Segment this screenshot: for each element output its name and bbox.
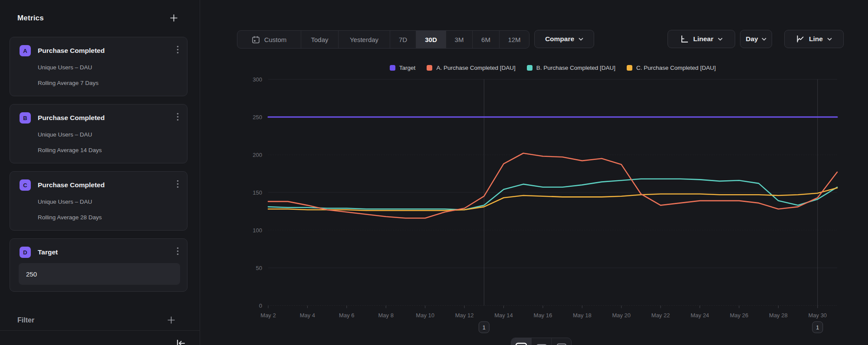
chevron-down-icon (579, 38, 583, 41)
chevron-down-icon (827, 38, 832, 41)
legend-swatch (390, 65, 395, 71)
chart-size-medium-icon (536, 342, 548, 345)
chart-size-control (511, 338, 572, 345)
date-range-control: CustomTodayYesterday7D30D3M6M12M (237, 30, 529, 49)
kebab-icon (177, 46, 179, 54)
legend-item-series-b[interactable]: B. Purchase Completed [DAU] (527, 65, 615, 71)
metric-rolling-average: Rolling Average 14 Days (38, 147, 102, 153)
granularity-label: Day (746, 35, 758, 43)
collapse-left-icon (175, 338, 186, 345)
range-button-30d[interactable]: 30D (416, 31, 446, 48)
legend-item-series-c[interactable]: C. Purchase Completed [DAU] (627, 65, 716, 71)
metric-title: Target (38, 248, 58, 256)
sidebar-divider (0, 330, 200, 331)
target-card[interactable]: D Target (10, 238, 187, 292)
range-label: Today (311, 36, 328, 43)
y-axis-label: 300 (253, 76, 262, 83)
calendar-icon (252, 36, 260, 44)
range-button-yesterday[interactable]: Yesterday (338, 31, 390, 48)
scale-select-button[interactable]: Linear (667, 30, 735, 48)
chart-area: 050100150200250300May 2May 4May 6May 8Ma… (200, 74, 868, 345)
metrics-sidebar: Metrics A Purchase Completed Unique User… (0, 0, 200, 345)
range-label: 3M (455, 36, 464, 43)
metric-card-b[interactable]: B Purchase Completed Unique Users – DAU … (10, 104, 187, 163)
range-button-3m[interactable]: 3M (446, 31, 472, 48)
metric-rolling-average: Rolling Average 28 Days (38, 214, 102, 221)
metric-title: Purchase Completed (38, 47, 105, 55)
legend-label: C. Purchase Completed [DAU] (636, 65, 716, 71)
metric-title: Purchase Completed (38, 181, 105, 189)
x-axis-label: May 14 (494, 312, 513, 319)
x-axis-label: May 30 (808, 312, 827, 319)
range-button-7d[interactable]: 7D (390, 31, 416, 48)
legend-label: A. Purchase Completed [DAU] (436, 65, 515, 71)
legend-item-series-a[interactable]: A. Purchase Completed [DAU] (427, 65, 515, 71)
target-value-input[interactable] (19, 263, 180, 285)
chart-size-option-1[interactable] (511, 338, 531, 345)
chevron-down-icon (718, 38, 723, 41)
add-metric-button[interactable] (168, 12, 180, 24)
card-menu-button[interactable] (171, 178, 184, 190)
legend-swatch (427, 65, 432, 71)
metric-badge: C (20, 179, 31, 191)
card-menu-button[interactable] (171, 111, 184, 123)
x-axis-label: May 28 (769, 312, 788, 319)
line-chart-icon (796, 35, 805, 43)
filter-section-label: Filter (17, 316, 34, 324)
x-axis-label: May 6 (339, 312, 354, 319)
kebab-icon (177, 180, 179, 188)
card-menu-button[interactable] (171, 43, 184, 55)
kebab-icon (177, 113, 179, 121)
series-line-series-c (268, 188, 837, 211)
card-menu-button[interactable] (171, 245, 184, 257)
chart-legend: TargetA. Purchase Completed [DAU]B. Purc… (268, 63, 837, 72)
sidebar-title: Metrics (17, 14, 44, 23)
range-button-today[interactable]: Today (301, 31, 338, 48)
legend-item-target[interactable]: Target (390, 65, 416, 71)
range-label: 6M (481, 36, 490, 43)
x-axis-label: May 26 (730, 312, 749, 319)
legend-swatch (527, 65, 533, 71)
compare-button[interactable]: Compare (534, 30, 594, 48)
metric-card-a[interactable]: A Purchase Completed Unique Users – DAU … (10, 37, 187, 96)
legend-label: B. Purchase Completed [DAU] (536, 65, 615, 71)
scale-label: Linear (693, 35, 713, 43)
metric-rolling-average: Rolling Average 7 Days (38, 80, 99, 86)
x-axis-label: May 8 (378, 312, 394, 319)
y-axis-label: 0 (259, 303, 262, 309)
annotation-flag[interactable]: 1 (812, 322, 823, 333)
chart-type-select-button[interactable]: Line (784, 30, 844, 48)
metric-measure: Unique Users – DAU (38, 199, 92, 205)
range-label: Custom (264, 36, 287, 43)
kebab-icon (177, 247, 179, 255)
legend-swatch (627, 65, 632, 71)
metric-badge: D (20, 247, 31, 258)
metric-card-c[interactable]: C Purchase Completed Unique Users – DAU … (10, 171, 187, 231)
range-label: 12M (508, 36, 520, 43)
x-axis-label: May 24 (690, 312, 709, 319)
metric-measure: Unique Users – DAU (38, 131, 92, 138)
chart-type-label: Line (809, 35, 823, 43)
x-axis-label: May 16 (534, 312, 552, 319)
range-button-12m[interactable]: 12M (499, 31, 529, 48)
y-axis-label: 200 (253, 152, 262, 158)
y-axis-label: 50 (256, 265, 262, 271)
plus-icon (169, 13, 178, 23)
metric-badge: B (20, 112, 31, 124)
range-label: Yesterday (350, 36, 378, 43)
annotation-flag[interactable]: 1 (479, 322, 489, 333)
range-button-custom[interactable]: Custom (237, 31, 301, 48)
metric-measure: Unique Users – DAU (38, 64, 92, 71)
svg-text:1: 1 (816, 325, 819, 331)
collapse-sidebar-button[interactable] (174, 337, 187, 345)
chart-size-option-3[interactable] (551, 338, 571, 345)
range-button-6m[interactable]: 6M (472, 31, 499, 48)
chart-size-option-2[interactable] (531, 338, 551, 345)
range-label: 30D (425, 36, 437, 43)
add-filter-button[interactable] (165, 314, 177, 326)
granularity-select-button[interactable]: Day (740, 30, 772, 48)
range-label: 7D (399, 36, 407, 43)
y-axis-label: 250 (253, 114, 262, 120)
chevron-down-icon (762, 38, 766, 41)
chart-size-small-icon (556, 342, 567, 345)
